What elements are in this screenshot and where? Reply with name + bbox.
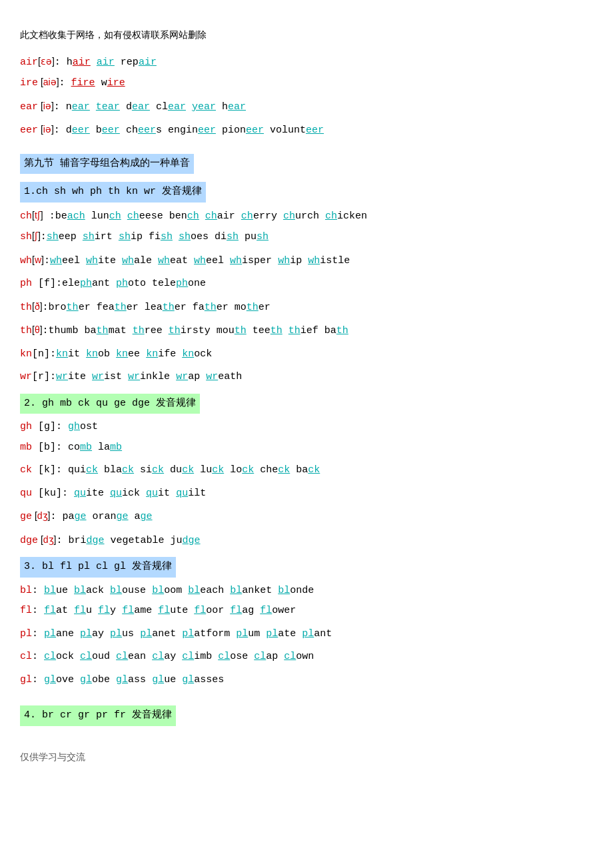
line-th-voiced: th[ð]:brother feather leather father mot… [20, 298, 593, 318]
line-air: air[ɛə]: hair air repair [20, 53, 593, 73]
line-ph: ph [f]:elephant photo telephone [20, 274, 593, 294]
line-ck: ck [k]: quick black sick duck luck lock … [20, 461, 593, 480]
line-dge: dge [dʒ]: bridge vegetable judge [20, 531, 593, 551]
line-ear: ear [iə]: near tear dear clear year hear [20, 97, 593, 117]
line-cl: cl: clock cloud clean clay climb close c… [20, 648, 593, 667]
subsection-4-header: 4. br cr gr pr fr 发音规律 [20, 703, 593, 729]
notice-text: 此文档收集于网络，如有侵权请联系网站删除 [20, 27, 593, 45]
line-ge: ge [dʒ]: page orange age [20, 507, 593, 527]
subsection-2-header: 2. gh mb ck qu ge dge 发音规律 [20, 391, 593, 417]
line-ch: ch[tʃ] :beach lunch cheese bench chair c… [20, 207, 593, 226]
line-pl: pl: plane play plus planet platform plum… [20, 625, 593, 644]
section-9-header: 第九节 辅音字母组合构成的一种单音 [20, 151, 593, 177]
line-eer: eer [iə]: deer beer cheers engineer pion… [20, 121, 593, 141]
line-fl: fl: flat flu fly flame flute floor flag … [20, 602, 593, 621]
content-area: air[ɛə]: hair air repair ire [aiə]: fire… [20, 53, 593, 729]
line-bl: bl: blue black blouse bloom bleach blank… [20, 582, 593, 601]
subsection-3-header: 3. bl fl pl cl gl 发音规律 [20, 554, 593, 580]
line-ire: ire [aiə]: fire wire [20, 73, 593, 93]
line-gl: gl: glove globe glass glue glasses [20, 671, 593, 690]
subsection-1-header: 1.ch sh wh ph th kn wr 发音规律 [20, 179, 593, 205]
line-wr: wr[r]:write wrist wrinkle wrap wreath [20, 368, 593, 387]
line-sh: sh[ʃ]:sheep shirt ship fish shoes dish p… [20, 227, 593, 247]
line-kn: kn[n]:knit knob knee knife knock [20, 345, 593, 364]
line-gh: gh [g]: ghost [20, 418, 593, 437]
line-qu: qu [ku]: quite quick quit quilt [20, 484, 593, 504]
line-mb: mb [b]: comb lamb [20, 438, 593, 458]
line-wh: wh[w]:wheel white whale wheat wheel whis… [20, 251, 593, 271]
footer-text: 仅供学习与交流 [20, 749, 593, 767]
line-th-unvoiced: th[θ]:thumb bathmat three thirsty mouth … [20, 321, 593, 341]
